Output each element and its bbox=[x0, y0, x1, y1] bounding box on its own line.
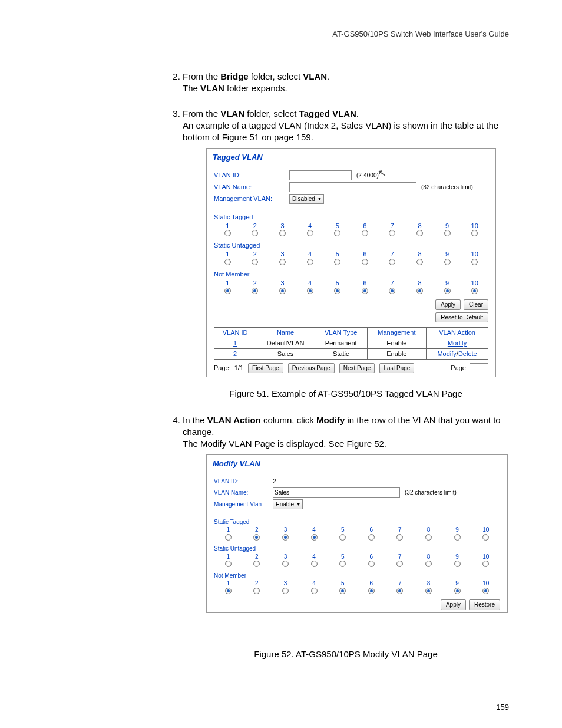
port-radio[interactable] bbox=[307, 259, 313, 265]
port-radio[interactable] bbox=[396, 534, 403, 541]
port-radio[interactable] bbox=[389, 230, 395, 236]
vlan-id-input[interactable] bbox=[289, 170, 352, 180]
figure-52-caption: Figure 52. AT-GS950/10PS Modify VLAN Pag… bbox=[183, 648, 509, 660]
mgmt-vlan-select[interactable]: Enable bbox=[273, 499, 303, 509]
clear-button[interactable]: Clear bbox=[464, 299, 488, 310]
port-radio[interactable] bbox=[425, 588, 432, 594]
port-radio[interactable] bbox=[311, 561, 318, 567]
last-page-button[interactable]: Last Page bbox=[379, 363, 414, 374]
port-radio[interactable] bbox=[362, 230, 368, 236]
port-radio[interactable] bbox=[425, 561, 432, 567]
port-radio[interactable] bbox=[334, 230, 340, 236]
delete-link[interactable]: Delete bbox=[458, 350, 477, 357]
port-radio[interactable] bbox=[396, 588, 403, 594]
port-radio[interactable] bbox=[282, 561, 289, 567]
port-radio[interactable] bbox=[368, 561, 375, 567]
port-radio[interactable] bbox=[444, 259, 451, 265]
port-header: 6 bbox=[357, 579, 386, 588]
reset-to-default-button[interactable]: Reset to Default bbox=[435, 312, 488, 323]
port-radio[interactable] bbox=[362, 259, 368, 265]
port-radio[interactable] bbox=[311, 588, 318, 594]
vlan-id-link[interactable]: 1 bbox=[233, 340, 237, 347]
port-radio[interactable] bbox=[311, 534, 318, 541]
port-radio[interactable] bbox=[471, 259, 478, 265]
port-radio[interactable] bbox=[225, 534, 232, 541]
port-radio[interactable] bbox=[396, 561, 403, 567]
port-radio[interactable] bbox=[253, 534, 260, 541]
port-radio[interactable] bbox=[471, 288, 478, 294]
port-radio[interactable] bbox=[416, 288, 423, 294]
modify-link[interactable]: Modify bbox=[448, 340, 467, 347]
port-radio[interactable] bbox=[282, 588, 289, 594]
restore-button[interactable]: Restore bbox=[469, 599, 500, 610]
port-header: 7 bbox=[379, 250, 406, 259]
port-header: 1 bbox=[214, 279, 242, 288]
port-radio[interactable] bbox=[307, 288, 313, 294]
port-radio[interactable] bbox=[252, 288, 258, 294]
port-header: 9 bbox=[443, 579, 472, 588]
apply-button[interactable]: Apply bbox=[441, 599, 466, 610]
port-header: 10 bbox=[461, 250, 488, 259]
t: . bbox=[327, 71, 329, 81]
port-header: 6 bbox=[351, 250, 379, 259]
port-header: 3 bbox=[271, 526, 300, 534]
t: From the bbox=[183, 108, 220, 118]
modify-link[interactable]: Modify bbox=[437, 350, 456, 357]
port-radio[interactable] bbox=[368, 588, 375, 594]
port-header: 6 bbox=[351, 222, 379, 230]
first-page-button[interactable]: First Page bbox=[248, 363, 283, 374]
port-radio[interactable] bbox=[454, 561, 461, 567]
port-header: 5 bbox=[323, 222, 351, 230]
vlan-name-input[interactable] bbox=[289, 182, 416, 192]
port-radio[interactable] bbox=[471, 230, 478, 236]
port-radio[interactable] bbox=[252, 230, 258, 236]
previous-page-button[interactable]: Previous Page bbox=[288, 363, 335, 374]
port-radio[interactable] bbox=[334, 259, 340, 265]
port-radio[interactable] bbox=[282, 534, 289, 541]
vlan-name-input[interactable] bbox=[273, 487, 400, 498]
port-radio[interactable] bbox=[279, 230, 286, 236]
port-radio[interactable] bbox=[454, 588, 461, 594]
port-radio[interactable] bbox=[482, 561, 489, 567]
port-radio[interactable] bbox=[362, 288, 368, 294]
port-radio[interactable] bbox=[482, 534, 489, 541]
vlan-name-note: (32 characters limit) bbox=[405, 489, 457, 497]
port-radio[interactable] bbox=[454, 534, 461, 541]
port-radio[interactable] bbox=[482, 588, 489, 594]
port-radio[interactable] bbox=[389, 288, 395, 294]
port-radio[interactable] bbox=[416, 259, 423, 265]
port-radio[interactable] bbox=[416, 230, 423, 236]
port-radio[interactable] bbox=[252, 259, 258, 265]
port-radio[interactable] bbox=[444, 288, 451, 294]
port-header: 9 bbox=[434, 222, 461, 230]
static-untagged-heading: Static Untagged bbox=[214, 545, 500, 553]
port-radio[interactable] bbox=[279, 259, 286, 265]
next-page-button[interactable]: Next Page bbox=[339, 363, 375, 374]
port-radio[interactable] bbox=[253, 561, 260, 567]
vlan-id-label: VLAN ID: bbox=[214, 477, 273, 486]
mgmt-vlan-select[interactable]: Disabled bbox=[289, 194, 324, 204]
port-radio[interactable] bbox=[224, 259, 231, 265]
port-radio[interactable] bbox=[225, 588, 232, 594]
port-radio[interactable] bbox=[339, 561, 346, 567]
port-radio[interactable] bbox=[425, 534, 432, 541]
cell: Permanent bbox=[315, 338, 367, 349]
port-header: 5 bbox=[328, 526, 357, 534]
port-radio[interactable] bbox=[389, 259, 395, 265]
port-radio[interactable] bbox=[279, 288, 286, 294]
port-radio[interactable] bbox=[307, 230, 313, 236]
port-radio[interactable] bbox=[253, 588, 260, 594]
port-radio[interactable] bbox=[224, 288, 231, 294]
port-radio[interactable] bbox=[224, 230, 231, 236]
port-radio[interactable] bbox=[368, 534, 375, 541]
port-radio[interactable] bbox=[444, 230, 451, 236]
vlan-id-link[interactable]: 2 bbox=[233, 350, 237, 357]
port-radio[interactable] bbox=[339, 588, 346, 594]
port-radio[interactable] bbox=[225, 561, 232, 567]
cell: Enable bbox=[367, 338, 427, 349]
th-vlan-type: VLAN Type bbox=[315, 328, 367, 338]
port-radio[interactable] bbox=[334, 288, 340, 294]
apply-button[interactable]: Apply bbox=[435, 299, 461, 310]
page-input[interactable] bbox=[470, 363, 488, 373]
port-radio[interactable] bbox=[339, 534, 346, 541]
